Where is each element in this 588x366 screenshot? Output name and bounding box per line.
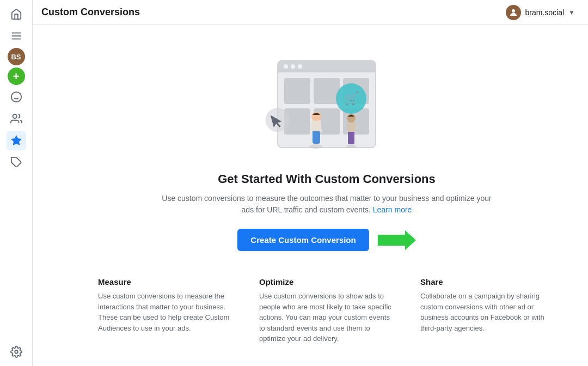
account-name: bram.social (525, 8, 565, 17)
main-content: 🛒 Get Started With Custom Conversions Us… (65, 25, 588, 366)
svg-point-25 (309, 144, 322, 149)
home-icon[interactable] (7, 4, 26, 24)
svg-marker-36 (378, 230, 416, 250)
arrow-indicator (378, 230, 416, 250)
svg-point-16 (298, 64, 302, 69)
sidebar: BS + (0, 0, 33, 366)
feature-share-desc: Collaborate on a campaign by sharing cus… (420, 291, 555, 333)
learn-more-link[interactable]: Learn more (373, 205, 412, 214)
feature-optimize: Optimize Use custom conversions to show … (259, 277, 394, 344)
svg-rect-18 (314, 78, 340, 104)
add-button-icon[interactable]: + (8, 68, 25, 85)
svg-point-30 (346, 145, 357, 148)
svg-point-3 (11, 92, 21, 102)
tag-icon[interactable] (7, 152, 26, 172)
svg-rect-31 (348, 130, 354, 144)
emoji-icon[interactable] (7, 87, 26, 107)
page-title: Custom Conversions (41, 7, 501, 18)
svg-point-6 (13, 114, 16, 118)
star-icon[interactable] (7, 131, 26, 150)
user-avatar-icon[interactable]: BS (8, 48, 25, 65)
topbar: Custom Conversions bram.social ▼ (33, 0, 588, 25)
svg-marker-7 (11, 136, 21, 145)
svg-point-9 (15, 350, 18, 353)
hero-illustration: 🛒 (245, 47, 408, 161)
svg-text:🛒: 🛒 (344, 91, 359, 106)
feature-share-title: Share (420, 277, 555, 286)
feature-measure-title: Measure (98, 277, 233, 286)
svg-point-15 (291, 64, 295, 69)
account-switcher[interactable]: bram.social ▼ (501, 3, 579, 22)
svg-point-10 (512, 9, 515, 13)
cta-area: Create Custom Conversion (237, 229, 415, 251)
audience-icon[interactable] (7, 109, 26, 129)
svg-point-14 (284, 64, 288, 69)
create-custom-conversion-button[interactable]: Create Custom Conversion (237, 229, 369, 251)
hero-subtitle: Use custom conversions to measure the ou… (158, 193, 495, 216)
feature-optimize-title: Optimize (259, 277, 394, 286)
svg-rect-17 (284, 78, 310, 104)
feature-measure-desc: Use custom conversions to measure the in… (98, 291, 233, 333)
account-avatar (506, 5, 521, 20)
hero-title: Get Started With Custom Conversions (218, 172, 436, 186)
feature-measure: Measure Use custom conversions to measur… (98, 277, 233, 344)
svg-rect-32 (347, 122, 356, 132)
menu-icon[interactable] (7, 26, 26, 46)
chevron-down-icon: ▼ (568, 9, 575, 16)
settings-icon[interactable] (7, 342, 26, 362)
feature-share: Share Collaborate on a campaign by shari… (420, 277, 555, 344)
feature-optimize-desc: Use custom conversions to show ads to pe… (259, 291, 394, 344)
features-section: Measure Use custom conversions to measur… (76, 277, 577, 344)
